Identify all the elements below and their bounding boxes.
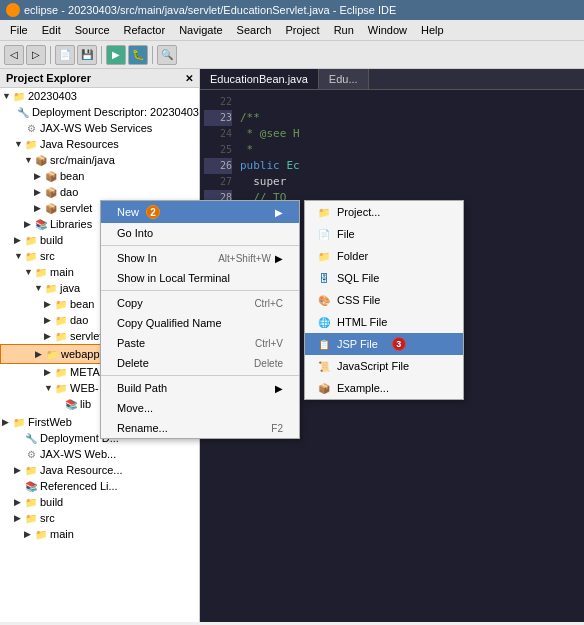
label-srcmainjava: src/main/java: [50, 154, 115, 166]
label-reflib: Referenced Li...: [40, 480, 118, 492]
new-button[interactable]: 📄: [55, 45, 75, 65]
forward-button[interactable]: ▷: [26, 45, 46, 65]
jsp-icon: 📋: [317, 337, 331, 351]
sub-sql[interactable]: 🗄 SQL File: [305, 267, 463, 289]
sub-html-label: HTML File: [337, 316, 387, 328]
ctx-copy[interactable]: Copy Ctrl+C: [101, 293, 299, 313]
save-button[interactable]: 💾: [77, 45, 97, 65]
tree-node-jaxws[interactable]: ⚙ JAX-WS Web Services: [0, 120, 199, 136]
line-27: 27 super: [204, 174, 580, 190]
sub-example-label: Example...: [337, 382, 389, 394]
label-dao: dao: [60, 186, 78, 198]
search-button[interactable]: 🔍: [157, 45, 177, 65]
menu-window[interactable]: Window: [362, 22, 413, 38]
ctx-build-path[interactable]: Build Path ▶: [101, 378, 299, 398]
sub-file[interactable]: 📄 File: [305, 223, 463, 245]
menu-search[interactable]: Search: [231, 22, 278, 38]
label-build2: build: [40, 496, 63, 508]
menu-bar: File Edit Source Refactor Navigate Searc…: [0, 20, 584, 41]
tree-node-srcmainjava[interactable]: ▼ 📦 src/main/java: [0, 152, 199, 168]
tree-node-src2[interactable]: ▶ 📁 src: [0, 510, 199, 526]
sub-folder[interactable]: 📁 Folder: [305, 245, 463, 267]
ctx-new[interactable]: New 2 ▶: [101, 201, 299, 223]
sub-folder-label: Folder: [337, 250, 368, 262]
sub-js[interactable]: 📜 JavaScript File: [305, 355, 463, 377]
badge-3: 3: [392, 337, 406, 351]
sub-project[interactable]: 📁 Project...: [305, 201, 463, 223]
menu-help[interactable]: Help: [415, 22, 450, 38]
ctx-paste[interactable]: Paste Ctrl+V: [101, 333, 299, 353]
context-menu: New 2 ▶ Go Into Show In Alt+Shift+W ▶ Sh…: [100, 200, 300, 439]
label-lib: lib: [80, 398, 91, 410]
sub-sql-label: SQL File: [337, 272, 379, 284]
menu-source[interactable]: Source: [69, 22, 116, 38]
ctx-delete[interactable]: Delete Delete: [101, 353, 299, 373]
sub-css[interactable]: 🎨 CSS File: [305, 289, 463, 311]
line-num-25: 25: [204, 142, 232, 158]
line-26: 26 public Ec: [204, 158, 580, 174]
app-icon: [6, 3, 20, 17]
example-icon: 📦: [317, 381, 331, 395]
run-button[interactable]: ▶: [106, 45, 126, 65]
label-web: WEB-: [70, 382, 99, 394]
ctx-rename[interactable]: Rename... F2: [101, 418, 299, 438]
ctx-move[interactable]: Move...: [101, 398, 299, 418]
label-libraries: Libraries: [50, 218, 92, 230]
tab-educationbean[interactable]: EducationBean.java: [200, 69, 319, 89]
back-button[interactable]: ◁: [4, 45, 24, 65]
sub-example[interactable]: 📦 Example...: [305, 377, 463, 399]
tab-edu[interactable]: Edu...: [319, 69, 369, 89]
line-24: 24 * @see H: [204, 126, 580, 142]
menu-project[interactable]: Project: [279, 22, 325, 38]
window-title: eclipse - 20230403/src/main/java/servlet…: [24, 4, 396, 16]
line-num-24: 24: [204, 126, 232, 142]
label-java-resources: Java Resources: [40, 138, 119, 150]
sub-css-label: CSS File: [337, 294, 380, 306]
sub-jsp[interactable]: 📋 JSP File 3: [305, 333, 463, 355]
label-firstweb: FirstWeb: [28, 416, 72, 428]
menu-navigate[interactable]: Navigate: [173, 22, 228, 38]
line-num-22: 22: [204, 94, 232, 110]
label-javaresource2: Java Resource...: [40, 464, 123, 476]
tree-node-javaresource2[interactable]: ▶ 📁 Java Resource...: [0, 462, 199, 478]
tree-node-reflib[interactable]: 📚 Referenced Li...: [0, 478, 199, 494]
label-main2: main: [50, 528, 74, 540]
ctx-copy-qualified[interactable]: Copy Qualified Name: [101, 313, 299, 333]
ctx-go-into[interactable]: Go Into: [101, 223, 299, 243]
tree-node-main2[interactable]: ▶ 📁 main: [0, 526, 199, 542]
sub-html[interactable]: 🌐 HTML File: [305, 311, 463, 333]
label-jaxws: JAX-WS Web Services: [40, 122, 152, 134]
tree-node-dao[interactable]: ▶ 📦 dao: [0, 184, 199, 200]
tree-node-jaxws2[interactable]: ⚙ JAX-WS Web...: [0, 446, 199, 462]
ctx-sep-3: [101, 375, 299, 376]
explorer-close[interactable]: ✕: [185, 73, 193, 84]
menu-file[interactable]: File: [4, 22, 34, 38]
debug-button[interactable]: 🐛: [128, 45, 148, 65]
ctx-show-in[interactable]: Show In Alt+Shift+W ▶: [101, 248, 299, 268]
tree-node-java-resources[interactable]: ▼ 📁 Java Resources: [0, 136, 199, 152]
label-main: main: [50, 266, 74, 278]
menu-refactor[interactable]: Refactor: [118, 22, 172, 38]
label-src: src: [40, 250, 55, 262]
title-bar: eclipse - 20230403/src/main/java/servlet…: [0, 0, 584, 20]
tree-node-deployment[interactable]: 🔧 Deployment Descriptor: 20230403: [0, 104, 199, 120]
sub-jsp-label: JSP File: [337, 338, 378, 350]
project-icon: 📁: [317, 205, 331, 219]
ctx-sep-2: [101, 290, 299, 291]
label-meta: META-: [70, 366, 103, 378]
folder-icon: 📁: [317, 249, 331, 263]
menu-edit[interactable]: Edit: [36, 22, 67, 38]
ctx-sep-1: [101, 245, 299, 246]
label-src2: src: [40, 512, 55, 524]
toolbar-separator-3: [152, 46, 153, 64]
tree-node-build2[interactable]: ▶ 📁 build: [0, 494, 199, 510]
tree-node-bean[interactable]: ▶ 📦 bean: [0, 168, 199, 184]
label-bean2: bean: [70, 298, 94, 310]
ctx-show-local[interactable]: Show in Local Terminal: [101, 268, 299, 288]
sub-js-label: JavaScript File: [337, 360, 409, 372]
menu-run[interactable]: Run: [328, 22, 360, 38]
sub-file-label: File: [337, 228, 355, 240]
tree-node-20230403[interactable]: ▼ 📁 20230403: [0, 88, 199, 104]
line-num-26: 26: [204, 158, 232, 174]
label-java2: java: [60, 282, 80, 294]
